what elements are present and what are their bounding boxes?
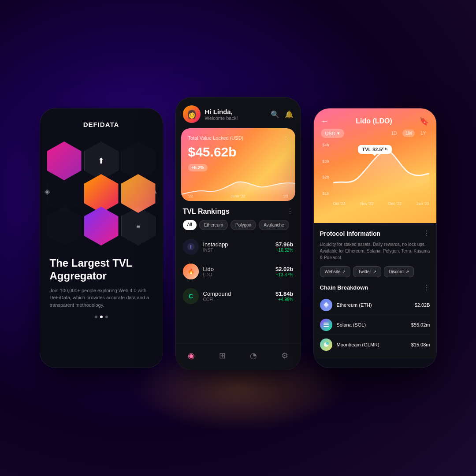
phone1-headline: The Largest TVL Aggregator [50,257,153,283]
dot-2[interactable] [100,316,103,318]
nav-home[interactable]: ◉ [184,349,198,363]
user-avatar: 👩 [183,105,201,123]
chain-moon[interactable]: Moonbeam (GLMR) $15.08m [320,335,430,354]
dot-1[interactable] [95,316,97,318]
token-value-instadapp: $7.96b +10.52% [275,241,293,253]
token-info-compound: Compound COFI [203,290,271,302]
chart-label-23: '23 [283,194,288,198]
token-value-lido: $2.02b +13.37% [275,266,293,277]
website-link[interactable]: Website ↗ [320,266,351,277]
chain-name-sol: Solana (SOL) [337,322,407,327]
phone-dashboard: 👩 Hi Linda, Welcome back! 🔍 🔔 Total Valu… [175,97,301,370]
filter-all[interactable]: All [183,220,197,230]
back-button[interactable]: ← [321,117,329,126]
chain-value-moonbeam: $15.08m [411,342,430,347]
hex-9: ≡ [121,207,156,245]
phone-lido: ← Lido (LDO) 🔖 USD ▾ 1D 1M 1Y TVL $2.55b [313,108,437,368]
time-1d[interactable]: 1D [388,130,400,137]
nav-settings[interactable]: ⚙ [278,349,292,363]
discord-link[interactable]: Discord ↗ [384,266,414,277]
ranking-item-2[interactable]: 🔥 Lido LDO $2.02b +13.37% [176,259,301,284]
greeting-welcome: Welcome back! [205,115,266,121]
y-label-3b: $3b [323,159,329,164]
token-icon-compound: C [183,288,199,304]
x-label-jan: Jan '23 [416,201,429,206]
hex-8 [84,207,119,245]
protocol-more[interactable]: ⋮ [423,229,430,238]
notification-icon[interactable]: 🔔 [285,110,294,119]
ranking-item-3[interactable]: C Compound COFI $1.84b +4.98% [176,284,301,309]
protocol-title: Protocol Information [320,230,381,237]
protocol-description: Liquidity for staked assets. Daily rewar… [320,241,430,261]
greeting-hi: Hi Linda, [205,108,266,115]
nav-chart[interactable]: ◔ [246,349,260,363]
hex-menu: ≡ [121,207,156,245]
chart-y-labels: $4b $3b $2b $1b [321,141,331,198]
hex-7 [47,207,82,245]
protocol-header: Protocol Information ⋮ [320,229,430,238]
p3-top-section: ← Lido (LDO) 🔖 USD ▾ 1D 1M 1Y TVL $2.55b [314,108,436,223]
ranking-item-1[interactable]: I Instadapp INST $7.96b +10.52% [176,234,301,259]
twitter-link[interactable]: Twitter ↗ [353,266,381,277]
time-1y[interactable]: 1Y [417,130,429,137]
page-dots [40,309,163,327]
phone1-subtext: Join 100,000+ people exploring Web 4.0 w… [50,287,153,309]
p3-bottom-section: Protocol Information ⋮ Liquidity for sta… [314,223,436,359]
chain-eth[interactable]: Ethereum (ETH) $2.02B [320,295,430,315]
token-amount-lido: $2.02b [275,266,293,272]
tvl-chart-area: '22 June '22 '23 [181,170,295,201]
greeting: Hi Linda, Welcome back! [205,108,266,121]
svg-rect-11 [324,326,329,327]
filter-avalanche[interactable]: Avalanche [259,220,289,230]
token-icon-lido: 🔥 [183,264,199,279]
chart-x-labels: '22 June '22 '23 [188,194,288,198]
currency-selector[interactable]: USD ▾ [321,129,344,138]
more-options-tvl[interactable]: ⋮ [283,135,288,141]
token-info-lido: Lido LDO [203,266,271,277]
token-symbol-instadapp: INST [203,248,271,253]
rankings-more[interactable]: ⋮ [286,207,294,216]
chain-name-moonbeam: Moonbeam (GLMR) [337,342,407,347]
chain-breakdown-title: Chain Breakdown [320,284,368,291]
filter-polygon[interactable]: Polygon [231,220,256,230]
chain-icon-moonbeam [320,338,332,351]
hex-row-3: ≡ [47,207,156,245]
token-change-lido: +13.37% [275,272,293,277]
dot-3[interactable] [105,316,108,318]
token-name-compound: Compound [203,290,271,297]
bottom-nav: ◉ ⊞ ◔ ⚙ [176,343,301,370]
nav-discover[interactable]: ⊞ [216,349,230,363]
bookmark-icon[interactable]: 🔖 [419,116,429,126]
chart-label-22: '22 [188,194,193,198]
hex-empty-2 [47,207,82,245]
rankings-header: TVL Rankings ⋮ [176,207,301,220]
time-1m[interactable]: 1M [402,130,415,137]
x-label-dec: Dec '22 [388,201,402,206]
discord-label: Discord [389,269,404,274]
app-name: DEFIDATA [40,108,163,133]
y-label-4b: $4b [323,143,329,147]
svg-point-13 [326,342,329,345]
x-label-nov: Nov '22 [360,201,373,206]
token-value-compound: $1.84b +4.98% [275,290,293,302]
svg-text:I: I [190,245,191,249]
chain-icon-eth [320,299,332,311]
chart-x-labels: Oct '22 Nov '22 Dec '22 Jan '23 [333,201,429,206]
filter-ethereum[interactable]: Ethereum [199,220,228,230]
lido-chart: TVL $2.55b $4b $3b $2b $1b [321,141,429,207]
chart-label-june22: June '22 [231,194,245,198]
search-icon[interactable]: 🔍 [271,110,279,119]
token-name-instadapp: Instadapp [203,241,271,248]
token-change-compound: +4.98% [275,297,293,302]
external-link-icon-discord: ↗ [405,269,409,274]
chain-sol[interactable]: Solana (SOL) $55.02m [320,315,430,335]
header-icons: 🔍 🔔 [271,110,294,119]
token-name-lido: Lido [203,266,271,272]
token-amount-compound: $1.84b [275,290,293,297]
svg-rect-9 [324,323,329,324]
time-period-buttons: 1D 1M 1Y [388,130,429,137]
tvl-amount: $45.62b [188,145,288,160]
chain-icon-sol [320,319,332,331]
hex-grid: ◈ ▲ ⬆ [40,133,163,250]
chain-more[interactable]: ⋮ [423,283,430,292]
